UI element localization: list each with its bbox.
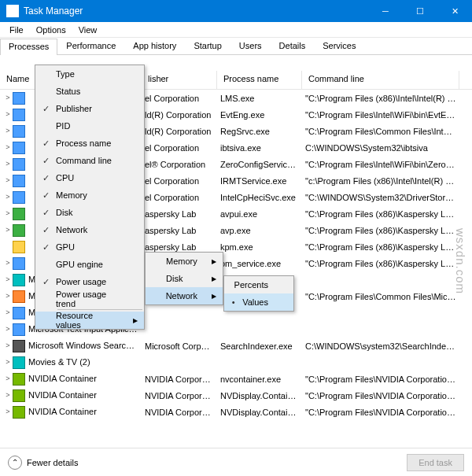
tab-performance[interactable]: Performance <box>57 38 124 54</box>
command-line-cell: "C:\Program Files\NVIDIA Corporation\Dis… <box>302 408 459 417</box>
fewer-details-link[interactable]: Fewer details <box>27 458 78 467</box>
expand-icon[interactable]: > <box>3 127 13 135</box>
ctx-item-power-usage[interactable]: ✓Power usage <box>35 273 144 290</box>
arrow-right-icon: ▶ <box>212 275 216 282</box>
taskmgr-icon <box>6 5 19 17</box>
tab-processes[interactable]: Processes <box>0 39 57 55</box>
expand-icon[interactable]: > <box>3 193 13 201</box>
menu-options[interactable]: Options <box>30 24 72 36</box>
process-icon <box>13 307 25 319</box>
close-button[interactable]: ✕ <box>437 0 472 22</box>
header-context-menu[interactable]: TypeStatus✓PublisherPID✓Process name✓Com… <box>35 65 145 330</box>
maximize-button[interactable]: ☐ <box>403 0 437 22</box>
expand-icon[interactable]: > <box>3 358 13 366</box>
network-submenu[interactable]: Percents•Values <box>223 275 294 312</box>
column-process-name[interactable]: Process name <box>217 71 302 89</box>
expand-icon[interactable]: > <box>3 143 13 151</box>
publisher-cell: ld(R) Corporation <box>142 110 217 120</box>
ctx-item-disk[interactable]: Disk▶ <box>146 270 223 287</box>
resource-values-submenu[interactable]: Memory▶Disk▶Network▶ <box>145 252 223 305</box>
tab-strip: Processes Performance App history Startu… <box>0 38 472 55</box>
command-line-cell: "C:\Program Files\Common Files\Intel\Wir… <box>302 127 459 136</box>
chevron-up-icon[interactable]: ⌃ <box>8 456 22 470</box>
menu-file[interactable]: File <box>3 24 30 36</box>
expand-icon[interactable]: > <box>3 209 13 217</box>
column-publisher[interactable]: lisher <box>142 71 217 89</box>
expand-icon[interactable]: > <box>3 308 13 316</box>
process-exe-cell: avpui.exe <box>217 209 302 219</box>
ctx-item-type[interactable]: Type <box>35 65 144 83</box>
minimize-button[interactable]: ─ <box>368 0 403 22</box>
check-icon: ✓ <box>35 225 56 235</box>
ctx-item-power-usage-trend[interactable]: Power usage trend <box>35 290 144 308</box>
expand-icon[interactable]: > <box>3 110 13 118</box>
publisher-cell: NVIDIA Corporation <box>142 375 217 384</box>
process-exe-cell: LMS.exe <box>217 94 302 103</box>
publisher-cell: el Corporation <box>142 176 217 186</box>
tab-details[interactable]: Details <box>271 38 315 54</box>
ctx-item-disk[interactable]: ✓Disk <box>35 204 144 221</box>
ctx-item-percents[interactable]: Percents <box>224 276 293 293</box>
command-line-cell: "C:\WINDOWS\System32\DriverStore\FileRep… <box>302 193 459 202</box>
ctx-item-network[interactable]: Network▶ <box>146 287 223 304</box>
ctx-item-publisher[interactable]: ✓Publisher <box>35 100 144 117</box>
process-icon <box>13 356 25 369</box>
publisher-cell: NVIDIA Corporation <box>142 408 217 417</box>
process-exe-cell: nvcontainer.exe <box>217 375 302 384</box>
process-icon <box>13 224 25 237</box>
end-task-button[interactable]: End task <box>407 454 464 471</box>
table-row[interactable]: >Movies & TV (2) <box>0 354 472 371</box>
menubar: File Options View <box>0 22 472 38</box>
check-icon: ✓ <box>35 190 56 201</box>
process-exe-cell: ibtsiva.exe <box>217 143 302 153</box>
table-row[interactable]: >NVIDIA ContainerNVIDIA Corporationnvcon… <box>0 371 472 387</box>
ctx-item-command-line[interactable]: ✓Command line <box>35 152 144 169</box>
process-icon <box>13 340 25 352</box>
ctx-item-memory[interactable]: ✓Memory <box>35 186 144 204</box>
expand-icon[interactable]: > <box>3 160 13 168</box>
expand-icon[interactable]: > <box>3 292 13 300</box>
tab-services[interactable]: Services <box>314 38 364 54</box>
ctx-item-cpu[interactable]: ✓CPU <box>35 169 144 186</box>
expand-icon[interactable]: > <box>3 275 13 283</box>
ctx-item-gpu-engine[interactable]: GPU engine <box>35 256 144 273</box>
expand-icon[interactable]: > <box>3 94 13 101</box>
ctx-item-network[interactable]: ✓Network <box>35 221 144 238</box>
table-row[interactable]: >NVIDIA ContainerNVIDIA CorporationNVDis… <box>0 404 472 420</box>
tab-startup[interactable]: Startup <box>185 38 230 54</box>
process-icon <box>13 274 25 286</box>
table-row[interactable]: >NVIDIA ContainerNVIDIA CorporationNVDis… <box>0 387 472 404</box>
expand-icon[interactable]: > <box>3 259 13 267</box>
ctx-item-memory[interactable]: Memory▶ <box>146 253 223 270</box>
command-line-cell: "C:\Program Files (x86)\Kaspersky Lab\Ka… <box>302 209 459 219</box>
expand-icon[interactable]: > <box>3 408 13 415</box>
ctx-item-process-name[interactable]: ✓Process name <box>35 135 144 152</box>
check-icon: ✓ <box>35 173 56 183</box>
process-exe-cell: RegSrvc.exe <box>217 127 302 136</box>
check-icon: ✓ <box>35 242 56 253</box>
process-name-label: NVIDIA Container <box>28 389 97 399</box>
expand-icon[interactable]: > <box>3 176 13 184</box>
menu-view[interactable]: View <box>72 24 104 36</box>
process-name-label: NVIDIA Container <box>28 406 97 415</box>
ctx-item-status[interactable]: Status <box>35 83 144 100</box>
ctx-item-resource-values[interactable]: Resource values▶ <box>35 312 144 329</box>
tab-app-history[interactable]: App history <box>124 38 185 54</box>
expand-icon[interactable]: > <box>3 325 13 333</box>
table-row[interactable]: >Microsoft Windows Search I...Microsoft … <box>0 338 472 354</box>
ctx-item-values[interactable]: •Values <box>224 293 293 311</box>
process-name-label: Microsoft Windows Search I... <box>28 340 142 349</box>
ctx-item-gpu[interactable]: ✓GPU <box>35 238 144 256</box>
expand-icon[interactable]: > <box>3 341 13 349</box>
watermark: wsxdn.com <box>454 228 467 294</box>
publisher-cell: NVIDIA Corporation <box>142 391 217 400</box>
tab-users[interactable]: Users <box>230 38 271 54</box>
expand-icon[interactable]: > <box>3 391 13 399</box>
ctx-item-pid[interactable]: PID <box>35 117 144 135</box>
expand-icon[interactable]: > <box>3 375 13 382</box>
column-command-line[interactable]: Command line <box>302 71 459 89</box>
process-name-label: Movies & TV (2) <box>28 356 90 366</box>
radio-dot-icon: • <box>224 297 242 307</box>
window-title: Task Manager <box>24 6 368 17</box>
expand-icon[interactable]: > <box>3 226 13 234</box>
